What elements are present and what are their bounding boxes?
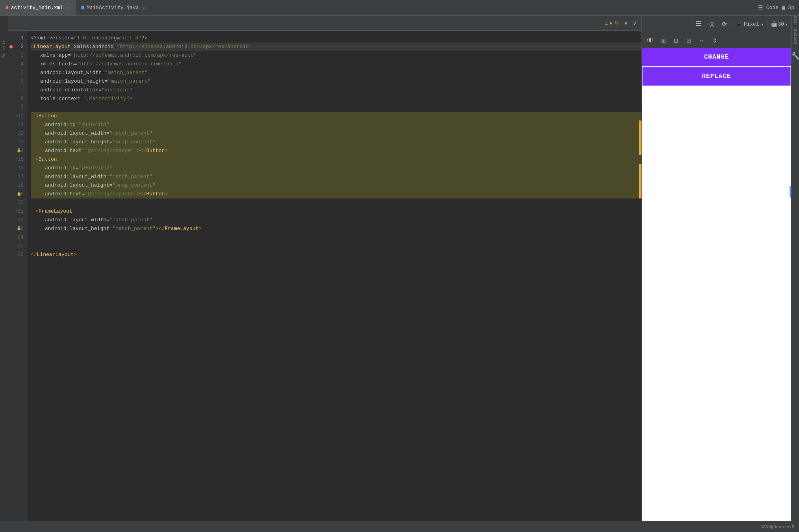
component-tree-label: ponent Tree (793, 16, 798, 48)
warning-icon: △ (605, 20, 608, 26)
code-line-22: android:layout_width="match_parent" (31, 216, 641, 224)
code-line-26: </LinearLayout> (31, 250, 641, 259)
blueprint-button[interactable]: ⊡ (672, 37, 680, 44)
code-line-3: xmlns:app="http://schemas.android.com/ap… (31, 51, 641, 60)
code-line-13: android:layout_height="wrap_content" (31, 138, 641, 146)
api-label: 30 (778, 21, 784, 27)
line-num-20: 20 (8, 198, 28, 207)
api-selector[interactable]: 🤖 30 ▾ (771, 21, 788, 28)
tab-close-2[interactable]: ✕ (143, 5, 146, 10)
columns-button[interactable]: ⊞ (659, 37, 668, 44)
code-line-18: android:layout_height="wrap_content" (31, 181, 641, 190)
code-line-12: android:layout_width="match_parent" (31, 129, 641, 138)
warning-count: ▲ 5 (609, 20, 618, 26)
api-chevron-icon: ▾ (785, 21, 788, 28)
right-toolbar-bottom: 👁 ⊞ ⊡ ⊟ ↔ ⇕ (642, 33, 791, 48)
editor-container: △ ▲ 5 ∧ ∨ 1 2 3 4 5 6 7 8 9 (8, 16, 641, 521)
line-num-23: 🔒 23 (8, 224, 28, 233)
separator-1 (732, 20, 732, 28)
split-menu-label[interactable]: Sp (788, 5, 794, 11)
expand-button[interactable]: ⇕ (710, 37, 719, 44)
device-icon: 📱 (736, 21, 742, 28)
eye-button[interactable]: 👁 (645, 36, 655, 45)
tab-main-activity-java[interactable]: ■ MainActivity.java ✕ (76, 0, 151, 15)
device-chevron-icon: ▾ (761, 21, 764, 28)
line-num-3: 3 (8, 51, 28, 60)
code-line-15: <Button (31, 155, 641, 164)
line-num-26: ▾ 26 (8, 250, 28, 259)
code-line-23: android:layout_height="match_parent"></F… (31, 224, 641, 233)
line-numbers: 1 2 3 4 5 6 7 8 9 ▾ 10 11 12 13 (8, 31, 28, 521)
line-num-1: 1 (8, 34, 28, 43)
separator-2 (767, 20, 767, 28)
svg-rect-1 (696, 23, 701, 24)
tab-label-1: activity_main.xml (11, 5, 63, 11)
right-panel: ◎ ⟳ 📱 Pixel ▾ 🤖 30 ▾ 👁 ⊞ ⊡ ⊟ ↔ ⇕ (641, 16, 791, 521)
tab-activity-main-xml[interactable]: ■ activity_main.xml ✕ (0, 0, 76, 15)
code-menu-label[interactable]: Code (766, 5, 779, 11)
navigate-up-button[interactable]: ∧ (623, 19, 630, 27)
line-num-16: 16 (8, 164, 28, 172)
editor-toolbar: △ ▲ 5 ∧ ∨ (8, 16, 641, 31)
eraser-button[interactable]: ◎ (707, 20, 717, 29)
code-editor[interactable]: 1 2 3 4 5 6 7 8 9 ▾ 10 11 12 13 (8, 31, 641, 521)
code-line-21: <FrameLayout (31, 207, 641, 216)
layers-button[interactable] (693, 19, 704, 30)
code-line-9 (31, 103, 641, 112)
line-num-25: 25 (8, 242, 28, 250)
code-line-1: <?xml version="1.0" encoding="utf-8"?> (31, 34, 641, 43)
line-num-14: 🔒 14 (8, 146, 28, 155)
component-tree-sidebar: ponent Tree 🔧 (791, 16, 799, 521)
code-line-11: android:id="@+id/btn" (31, 120, 641, 129)
tab-close-1[interactable]: ✕ (67, 5, 70, 10)
line-num-15: ▾ 15 (8, 155, 28, 164)
code-line-16: android:id="@+id/btn2" (31, 164, 641, 172)
line-num-4: 4 (8, 60, 28, 69)
api-icon: 🤖 (771, 21, 777, 28)
line-num-18: 18 (8, 181, 28, 190)
margin-button[interactable]: ↔ (697, 37, 706, 44)
code-line-7: android:orientation="vertical" (31, 86, 641, 95)
right-toolbar-top: ◎ ⟳ 📱 Pixel ▾ 🤖 30 ▾ (642, 16, 791, 33)
line-num-10: ▾ 10 (8, 112, 28, 120)
preview-replace-button[interactable]: REPLACE (642, 67, 791, 86)
line-num-19: 🔒 19 (8, 190, 28, 198)
code-line-6: android:layout_height="match_parent" (31, 77, 641, 86)
code-line-19: android:text="@string/replace"></Button> (31, 190, 641, 198)
line-num-11: 11 (8, 120, 28, 129)
line-num-21: ▾ 21 (8, 207, 28, 216)
wrench-icon[interactable]: 🔧 (791, 48, 799, 63)
code-content[interactable]: <?xml version="1.0" encoding="utf-8"?> <… (28, 31, 641, 521)
code-line-17: android:layout_width="match_parent" (31, 172, 641, 181)
svg-rect-2 (696, 25, 701, 26)
line-num-7: 7 (8, 86, 28, 95)
line-num-8: 8 (8, 95, 28, 103)
code-line-10: <Button (31, 112, 641, 120)
code-line-4: xmlns:tools="http://schemas.android.com/… (31, 60, 641, 69)
line-num-22: 22 (8, 216, 28, 224)
line-num-13: 13 (8, 138, 28, 146)
scroll-indicator (790, 186, 791, 198)
line-num-5: 5 (8, 69, 28, 77)
navigate-down-button[interactable]: ∨ (631, 19, 638, 27)
svg-rect-0 (696, 21, 701, 22)
layout-align-button[interactable]: ⊟ (684, 37, 693, 44)
palette-label: Palette (2, 39, 6, 57)
device-label: Pixel (744, 21, 759, 27)
code-line-20 (31, 198, 641, 207)
split-menu-icon: ▦ (782, 4, 785, 11)
left-palette-gutter: Palette (0, 16, 8, 521)
java-file-icon: ■ (81, 5, 84, 11)
refresh-button[interactable]: ⟳ (720, 20, 729, 29)
tab-label-2: MainActivity.java (87, 5, 139, 11)
preview-change-button[interactable]: CHANGE (642, 48, 791, 66)
line-num-2: 2 (8, 43, 28, 51)
code-line-25 (31, 242, 641, 250)
line-num-6: 6 (8, 77, 28, 86)
line-num-9: 9 (8, 103, 28, 112)
main-area: Palette △ ▲ 5 ∧ ∨ 1 2 3 4 5 (0, 16, 799, 521)
status-text: CSDN@Double.B (760, 525, 794, 529)
status-bar: CSDN@Double.B (0, 521, 799, 532)
code-line-2: <LinearLayout xmlns:android="http://sche… (31, 43, 641, 51)
device-selector[interactable]: 📱 Pixel ▾ (736, 21, 764, 28)
